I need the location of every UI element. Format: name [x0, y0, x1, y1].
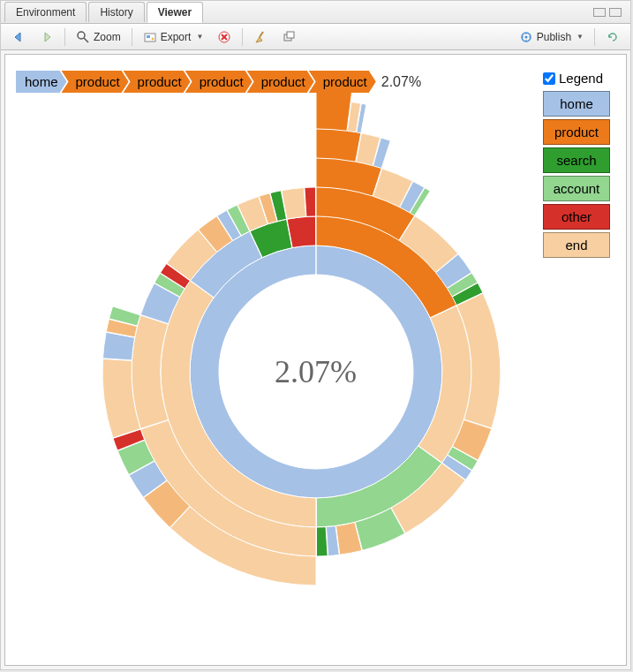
legend-item-other[interactable]: other — [543, 204, 610, 230]
svg-line-8 — [260, 32, 263, 37]
legend-item-account[interactable]: account — [543, 176, 610, 201]
forward-button[interactable] — [34, 27, 59, 47]
tab-viewer[interactable]: Viewer — [147, 2, 203, 23]
viewer-toolbar: Zoom Export ▼ Publish ▼ — [1, 24, 630, 50]
maximize-icon[interactable] — [609, 8, 622, 17]
chevron-down-icon: ▼ — [576, 33, 584, 41]
svg-line-1 — [84, 38, 88, 42]
breadcrumb-item-product[interactable]: product — [185, 71, 252, 93]
export-label: Export — [161, 31, 192, 43]
breadcrumb-item-product[interactable]: product — [309, 71, 376, 93]
svg-point-0 — [78, 32, 85, 39]
export-icon — [143, 30, 157, 44]
refresh-icon — [606, 30, 620, 44]
arrow-left-icon — [11, 30, 26, 44]
zoom-icon — [76, 30, 90, 44]
svg-rect-10 — [287, 32, 294, 38]
toolbar-separator — [132, 28, 132, 46]
publish-button[interactable]: Publish ▼ — [514, 27, 589, 47]
sunburst-arc-other[interactable] — [287, 216, 316, 248]
legend-item-search[interactable]: search — [543, 147, 610, 173]
refresh-button[interactable] — [600, 27, 625, 47]
svg-rect-3 — [147, 35, 150, 38]
sunburst-arc-other[interactable] — [304, 187, 315, 216]
rstudio-pane: Environment History Viewer Zoom Export ▼ — [0, 0, 631, 670]
breadcrumb-item-home[interactable]: home — [16, 71, 67, 93]
legend-item-product[interactable]: product — [543, 119, 610, 145]
remove-button[interactable] — [212, 27, 237, 47]
legend-item-end[interactable]: end — [543, 232, 610, 258]
publish-icon — [519, 30, 533, 44]
publish-label: Publish — [537, 31, 571, 43]
svg-point-4 — [151, 37, 154, 40]
legend-toggle[interactable]: Legend — [543, 71, 610, 86]
popout-button[interactable] — [276, 27, 301, 47]
chevron-down-icon: ▼ — [196, 33, 203, 41]
broom-icon — [253, 30, 268, 44]
legend-label: Legend — [559, 71, 603, 86]
center-value: 2.07% — [275, 353, 357, 390]
svg-point-12 — [524, 35, 527, 38]
window-controls — [593, 8, 627, 17]
remove-icon — [217, 30, 231, 44]
toolbar-separator — [594, 28, 595, 46]
arrow-right-icon — [40, 30, 54, 44]
zoom-label: Zoom — [94, 31, 121, 43]
zoom-button[interactable]: Zoom — [71, 27, 126, 47]
minimize-icon[interactable] — [593, 8, 606, 17]
breadcrumb-item-product[interactable]: product — [247, 71, 314, 93]
toolbar-separator — [64, 28, 65, 46]
breadcrumb-item-product[interactable]: product — [62, 71, 129, 93]
tab-environment[interactable]: Environment — [4, 2, 87, 22]
back-button[interactable] — [6, 27, 31, 47]
toolbar-separator — [242, 28, 243, 46]
tab-history[interactable]: History — [88, 2, 144, 22]
breadcrumb-value: 2.07% — [381, 74, 421, 90]
legend-item-home[interactable]: home — [543, 91, 610, 117]
legend-checkbox[interactable] — [543, 72, 555, 85]
tab-bar: Environment History Viewer — [1, 1, 630, 24]
legend: Legend homeproductsearchaccountotherend — [543, 71, 610, 260]
clear-button[interactable] — [248, 27, 273, 47]
sunburst-arc-product[interactable] — [316, 90, 352, 132]
export-button[interactable]: Export ▼ — [138, 27, 209, 47]
breadcrumb: homeproductproductproductproductproduct2… — [21, 71, 421, 93]
popout-icon — [282, 30, 296, 44]
sunburst-arc-search[interactable] — [316, 527, 328, 556]
breadcrumb-item-product[interactable]: product — [124, 71, 191, 93]
viewer-area: homeproductproductproductproductproduct2… — [4, 54, 627, 666]
